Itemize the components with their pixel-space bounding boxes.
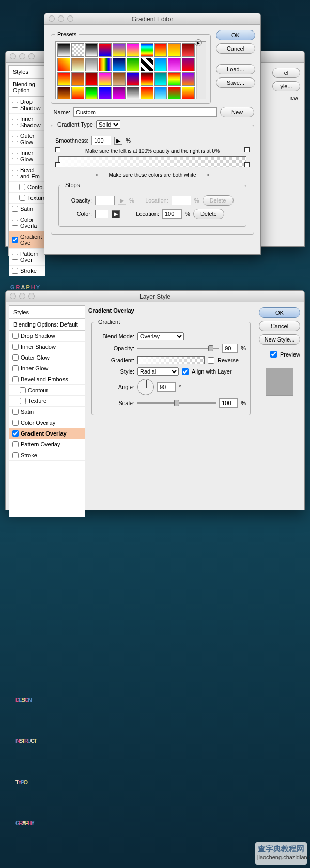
preset-swatch[interactable] [85,72,98,86]
scrollbar[interactable] [196,42,206,99]
ok-button[interactable]: OK [259,307,300,318]
preset-swatch[interactable] [113,87,126,99]
style-item[interactable]: Inner Glow [9,363,85,374]
reverse-checkbox[interactable] [208,357,214,364]
style-item[interactable]: Color Overlay [9,417,85,428]
preset-swatch[interactable] [71,43,84,57]
load-button[interactable]: Load... [216,64,255,74]
blend-mode-select[interactable]: Overlay [137,332,184,340]
blending-options[interactable]: Blending Options: Default [9,319,85,331]
preset-swatch[interactable] [71,58,84,71]
ok-button[interactable]: OK [216,30,255,40]
window-controls[interactable] [10,293,35,299]
preset-swatch[interactable] [141,87,153,99]
style-item[interactable]: Bevel and Emboss [9,374,85,385]
preset-swatch[interactable] [57,43,70,57]
preset-swatch[interactable] [57,72,70,86]
preset-swatch[interactable] [154,58,167,71]
style-item[interactable]: Outer Glow [9,352,85,363]
preset-swatch[interactable] [154,43,167,57]
preset-swatch[interactable] [113,58,126,71]
scale-slider[interactable] [137,399,216,407]
preset-swatch[interactable] [182,87,195,99]
align-checkbox[interactable] [182,368,189,375]
preset-swatch[interactable] [141,58,153,71]
preview-swatch [266,368,293,396]
presets-menu-icon[interactable]: ▶ [195,39,202,47]
style-item[interactable]: Inner Shadow [9,342,85,352]
style-item[interactable]: Satin [9,407,85,417]
preset-swatch[interactable] [127,72,140,86]
angle-input[interactable] [157,382,176,392]
preset-swatch[interactable] [168,87,181,99]
preview-checkbox[interactable] [270,351,277,358]
preset-swatch[interactable] [113,72,126,86]
preset-swatch[interactable] [57,87,70,99]
preset-swatch[interactable] [168,58,181,71]
angle-dial[interactable] [137,379,154,395]
location-input[interactable] [162,209,182,219]
blending-options[interactable]: Blending Option [9,79,45,97]
opacity-input[interactable] [222,344,238,353]
preset-swatch[interactable] [141,72,153,86]
gradient-type-select[interactable]: Solid [96,120,120,129]
gradient-preview[interactable] [137,356,205,364]
name-input[interactable] [73,107,217,117]
preset-swatch[interactable] [99,87,112,99]
note-colors: Make sure these colors are both white [109,172,196,178]
preset-swatch[interactable] [141,43,153,57]
preset-swatch[interactable] [182,72,195,86]
preset-swatch[interactable] [127,43,140,57]
preset-swatch[interactable] [99,72,112,86]
opacity-stop-left[interactable] [55,147,60,152]
color-stop-right[interactable] [244,162,250,167]
cancel-button[interactable]: Cancel [216,43,255,54]
gradient-bar[interactable] [58,156,246,167]
preset-swatch[interactable] [113,43,126,57]
style-item[interactable]: Drop Shadow [9,331,85,342]
preset-swatch[interactable] [182,58,195,71]
styles-header[interactable]: Styles [9,306,85,319]
style-select[interactable]: Radial [137,367,179,376]
opacity-stop-right[interactable] [244,147,250,152]
preset-swatch[interactable] [99,58,112,71]
preset-swatch[interactable] [71,87,84,99]
new-button[interactable]: New [220,107,254,117]
titlebar[interactable]: Layer Style [6,291,304,302]
style-item[interactable]: Texture [9,396,85,407]
window-controls[interactable] [49,16,73,22]
color-menu-icon[interactable]: ▶ [112,210,120,218]
preset-swatch[interactable] [85,43,98,57]
smoothness-input[interactable] [91,136,111,145]
style-item[interactable]: Contour [9,385,85,396]
style-item[interactable]: Stroke [9,450,85,461]
new-style-button[interactable]: New Style... [259,334,300,345]
preset-swatch[interactable] [57,58,70,71]
partial-button[interactable]: yle... [272,81,300,91]
partial-button[interactable]: el [272,68,300,78]
titlebar[interactable]: Gradient Editor [44,13,260,25]
style-item[interactable]: Gradient Overlay [9,428,85,439]
save-button[interactable]: Save... [216,78,255,88]
preset-swatch[interactable] [182,43,195,57]
preset-swatch[interactable] [85,58,98,71]
gradient-editor-dialog: Gradient Editor OK Cancel Load... Save..… [44,13,261,255]
delete-color-button[interactable]: Delete [193,209,224,219]
preset-swatch[interactable] [168,43,181,57]
preset-swatch[interactable] [154,72,167,86]
scale-input[interactable] [219,398,238,408]
style-item[interactable]: Pattern Overlay [9,439,85,450]
preset-swatch[interactable] [168,72,181,86]
color-stop-left[interactable] [55,162,60,167]
opacity-slider[interactable] [137,345,219,352]
cancel-button[interactable]: Cancel [259,321,300,331]
preset-swatch[interactable] [154,87,167,99]
preset-swatch[interactable] [127,58,140,71]
color-swatch[interactable] [95,210,109,218]
preset-swatch[interactable] [71,72,84,86]
stepper-icon[interactable]: ▶ [114,137,122,145]
presets-grid[interactable] [56,42,196,99]
preset-swatch[interactable] [85,87,98,99]
preset-swatch[interactable] [99,43,112,57]
preset-swatch[interactable] [127,87,140,99]
